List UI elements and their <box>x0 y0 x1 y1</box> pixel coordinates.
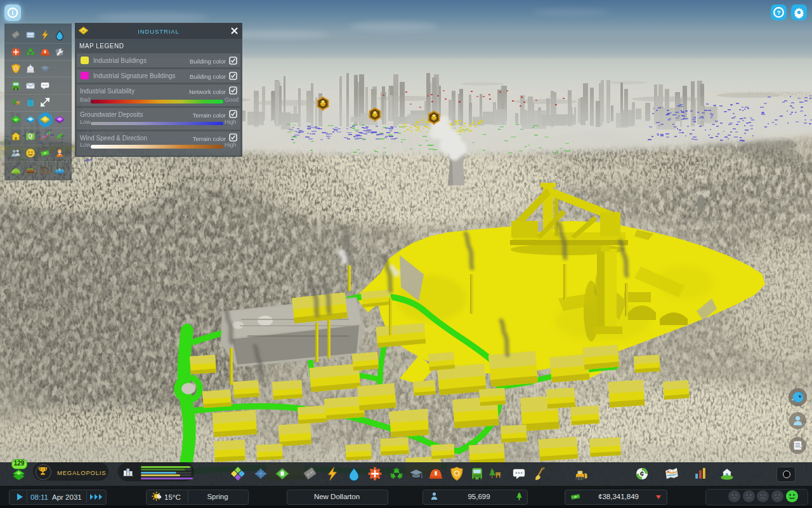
svg-text:¢: ¢ <box>640 469 645 478</box>
svg-text:?: ? <box>776 9 780 16</box>
